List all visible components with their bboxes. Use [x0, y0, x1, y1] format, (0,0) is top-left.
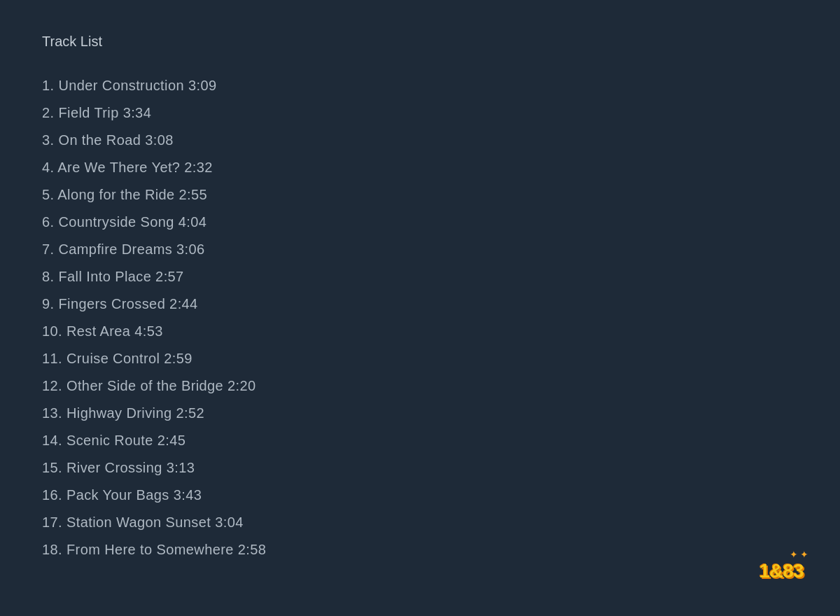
list-item: 10. Rest Area 4:53 — [42, 318, 798, 345]
list-item: 11. Cruise Control 2:59 — [42, 345, 798, 372]
list-item: 2. Field Trip 3:34 — [42, 99, 798, 127]
list-item: 1. Under Construction 3:09 — [42, 72, 798, 99]
watermark-text: 1&83 — [760, 560, 804, 582]
page-container: Track List 1. Under Construction 3:092. … — [0, 0, 840, 616]
list-item: 17. Station Wagon Sunset 3:04 — [42, 509, 798, 536]
list-item: 12. Other Side of the Bridge 2:20 — [42, 372, 798, 400]
list-item: 16. Pack Your Bags 3:43 — [42, 482, 798, 509]
list-item: 3. On the Road 3:08 — [42, 127, 798, 154]
watermark-sparks: ✦ ✦ — [790, 549, 809, 560]
list-item: 7. Campfire Dreams 3:06 — [42, 236, 798, 263]
list-item: 6. Countryside Song 4:04 — [42, 209, 798, 236]
list-item: 15. River Crossing 3:13 — [42, 454, 798, 482]
list-item: 5. Along for the Ride 2:55 — [42, 181, 798, 209]
watermark: ✦ ✦ 1&83 — [739, 543, 823, 599]
list-item: 4. Are We There Yet? 2:32 — [42, 154, 798, 181]
track-list: 1. Under Construction 3:092. Field Trip … — [42, 72, 798, 564]
list-item: 18. From Here to Somewhere 2:58 — [42, 536, 798, 564]
list-item: 13. Highway Driving 2:52 — [42, 400, 798, 427]
list-item: 14. Scenic Route 2:45 — [42, 427, 798, 454]
list-item: 8. Fall Into Place 2:57 — [42, 263, 798, 290]
list-item: 9. Fingers Crossed 2:44 — [42, 290, 798, 318]
section-title: Track List — [42, 34, 798, 50]
